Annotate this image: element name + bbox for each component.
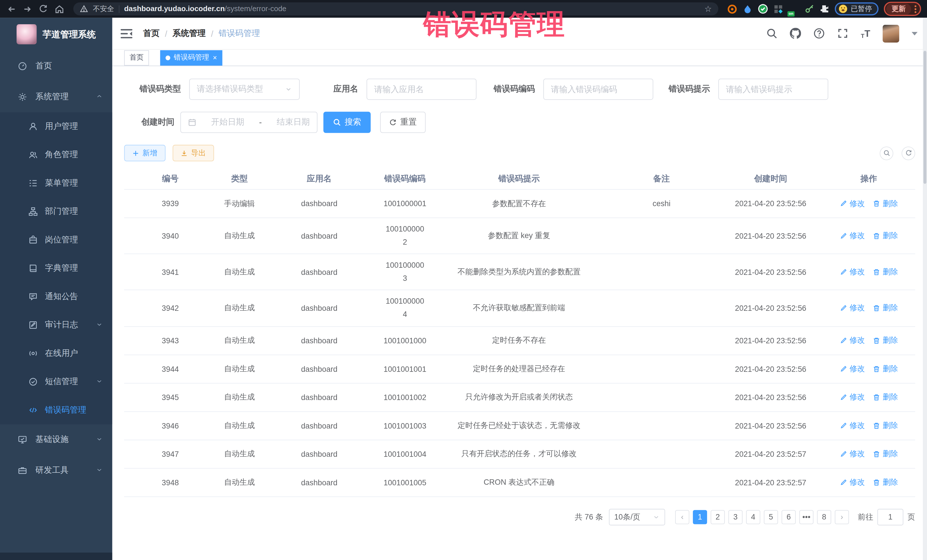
- delete-icon: [872, 232, 880, 240]
- extension-tabs-icon[interactable]: on: [789, 4, 799, 14]
- font-size-icon[interactable]: TT: [861, 28, 870, 38]
- chevron-down-icon: [96, 435, 103, 445]
- sidebar-item-基础设施[interactable]: 基础设施: [0, 424, 112, 455]
- delete-link[interactable]: 删除: [872, 392, 898, 402]
- update-button[interactable]: 更新: [886, 3, 911, 14]
- page-button-3[interactable]: 3: [728, 510, 743, 524]
- cell-code: 1001001004: [376, 449, 434, 458]
- help-icon[interactable]: [813, 28, 825, 39]
- address-divider: [119, 5, 120, 13]
- sidebar-item-岗位管理[interactable]: 岗位管理: [0, 226, 112, 254]
- close-icon[interactable]: ×: [213, 54, 217, 61]
- sidebar-item-审计日志[interactable]: 审计日志: [0, 311, 112, 339]
- extension-key-icon[interactable]: [804, 4, 814, 14]
- error-hint-input[interactable]: [718, 79, 828, 100]
- extension-target-icon[interactable]: [727, 4, 737, 14]
- extension-drop-icon[interactable]: [742, 4, 752, 14]
- next-page-button[interactable]: ›: [835, 510, 849, 524]
- error-code-input[interactable]: [543, 79, 653, 100]
- delete-link[interactable]: 删除: [872, 198, 898, 209]
- page-button-6[interactable]: 6: [781, 510, 796, 524]
- extension-v-icon[interactable]: [758, 4, 768, 14]
- sidebar-item-通知公告[interactable]: 通知公告: [0, 282, 112, 311]
- edit-link[interactable]: 修改: [839, 364, 865, 374]
- edit-link[interactable]: 修改: [839, 420, 865, 431]
- page-button-1[interactable]: 1: [693, 510, 707, 524]
- edit-link[interactable]: 修改: [839, 267, 865, 277]
- goto-page-input[interactable]: [877, 509, 903, 525]
- refresh-icon: [389, 118, 397, 126]
- github-icon[interactable]: [790, 28, 801, 39]
- sidebar-item-系统管理[interactable]: 系统管理: [0, 82, 112, 112]
- app-name-input[interactable]: [366, 79, 477, 100]
- delete-link[interactable]: 删除: [872, 477, 898, 487]
- browser-back-icon[interactable]: [6, 3, 17, 14]
- breadcrumb-item[interactable]: 系统管理: [173, 28, 206, 38]
- sidebar-item-用户管理[interactable]: 用户管理: [0, 112, 112, 141]
- browser-forward-icon[interactable]: [22, 3, 32, 14]
- browser-home-icon[interactable]: [54, 3, 64, 14]
- scrollbar-thumb[interactable]: [924, 51, 926, 184]
- delete-link[interactable]: 删除: [872, 420, 898, 431]
- date-range-picker[interactable]: 开始日期 - 结束日期: [180, 112, 318, 133]
- delete-link[interactable]: 删除: [872, 364, 898, 374]
- scrollbar[interactable]: [923, 18, 927, 560]
- error-type-select[interactable]: 请选择错误码类型: [189, 79, 300, 100]
- breadcrumb-item[interactable]: 首页: [143, 28, 160, 38]
- page-button-8[interactable]: 8: [817, 510, 831, 524]
- extension-grid-icon[interactable]: [773, 4, 783, 14]
- sidebar-footer[interactable]: [0, 552, 112, 560]
- sidebar-item-研发工具[interactable]: 研发工具: [0, 455, 112, 486]
- page-size-select[interactable]: 10条/页: [609, 509, 665, 525]
- edit-link[interactable]: 修改: [839, 231, 865, 241]
- edit-link[interactable]: 修改: [839, 477, 865, 487]
- delete-link[interactable]: 删除: [872, 267, 898, 277]
- add-button[interactable]: 新增: [124, 145, 166, 161]
- sidebar-item-菜单管理[interactable]: 菜单管理: [0, 169, 112, 197]
- browser-reload-icon[interactable]: [38, 3, 49, 14]
- delete-link[interactable]: 删除: [872, 335, 898, 346]
- kebab-menu-icon[interactable]: [915, 5, 916, 13]
- delete-link[interactable]: 删除: [872, 231, 898, 241]
- export-button[interactable]: 导出: [173, 145, 214, 161]
- page-button-4[interactable]: 4: [746, 510, 760, 524]
- tab-首页[interactable]: 首页: [124, 50, 149, 65]
- chevron-down-icon[interactable]: [912, 32, 918, 35]
- extension-puzzle-icon[interactable]: [819, 4, 830, 14]
- edit-link[interactable]: 修改: [839, 198, 865, 209]
- page-ellipsis[interactable]: •••: [799, 510, 813, 524]
- header-search-icon[interactable]: [766, 28, 777, 39]
- sidebar-item-短信管理[interactable]: 短信管理: [0, 367, 112, 396]
- hamburger-icon[interactable]: [121, 28, 132, 38]
- profile-paused-pill[interactable]: 已暂停: [835, 2, 878, 15]
- sidebar-item-首页[interactable]: 首页: [0, 51, 112, 82]
- dict-icon: [28, 264, 38, 273]
- sidebar-item-部门管理[interactable]: 部门管理: [0, 197, 112, 226]
- bookmark-star-icon[interactable]: ☆: [704, 4, 712, 14]
- refresh-table-button[interactable]: [902, 146, 915, 160]
- edit-link-label: 修改: [849, 267, 865, 277]
- edit-link[interactable]: 修改: [839, 392, 865, 402]
- toggle-search-button[interactable]: [880, 146, 894, 160]
- prev-page-button[interactable]: ‹: [675, 510, 689, 524]
- delete-icon: [872, 200, 880, 208]
- tag-label: 首页: [129, 52, 144, 62]
- sidebar-item-角色管理[interactable]: 角色管理: [0, 141, 112, 169]
- avatar[interactable]: [883, 24, 899, 42]
- sidebar-item-在线用户[interactable]: 在线用户: [0, 339, 112, 367]
- tab-错误码管理[interactable]: 错误码管理×: [160, 50, 222, 65]
- app-logo-row[interactable]: 芋道管理系统: [0, 18, 112, 51]
- page-button-5[interactable]: 5: [764, 510, 778, 524]
- edit-link[interactable]: 修改: [839, 303, 865, 313]
- delete-link[interactable]: 删除: [872, 303, 898, 313]
- page-button-2[interactable]: 2: [711, 510, 725, 524]
- fullscreen-icon[interactable]: [837, 28, 848, 39]
- delete-link[interactable]: 删除: [872, 449, 898, 459]
- address-bar[interactable]: 不安全 dashboard.yudao.iocoder.cn/system/er…: [73, 2, 718, 15]
- reset-button[interactable]: 重置: [380, 112, 426, 133]
- sidebar-item-字典管理[interactable]: 字典管理: [0, 254, 112, 282]
- search-button[interactable]: 搜索: [324, 112, 371, 133]
- edit-link[interactable]: 修改: [839, 335, 865, 346]
- sidebar-item-错误码管理[interactable]: 错误码管理: [0, 396, 112, 424]
- edit-link[interactable]: 修改: [839, 449, 865, 459]
